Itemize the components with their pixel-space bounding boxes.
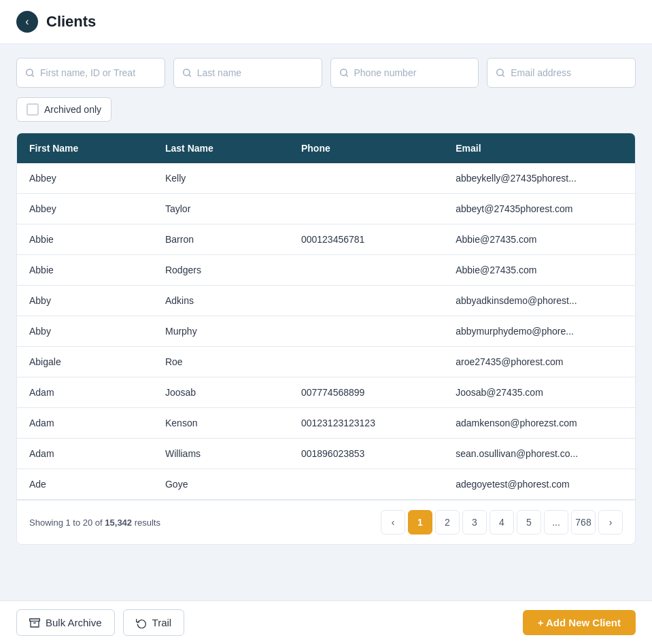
table-row[interactable]: Abby Adkins abbyadkinsdemo@phorest... bbox=[17, 286, 635, 316]
table-row[interactable]: Abby Murphy abbymurphydemo@phore... bbox=[17, 316, 635, 347]
prev-page-button[interactable]: ‹ bbox=[381, 510, 405, 535]
email-search-input[interactable] bbox=[511, 67, 627, 78]
firstname-search-input[interactable] bbox=[40, 67, 156, 78]
archive-icon bbox=[29, 617, 40, 628]
trail-button[interactable]: Trail bbox=[123, 609, 185, 636]
cell-lastname: Murphy bbox=[153, 316, 289, 347]
archived-row: Archived only bbox=[16, 97, 636, 122]
cell-phone bbox=[289, 469, 443, 500]
cell-lastname: Adkins bbox=[153, 286, 289, 316]
table-row[interactable]: Abigale Roe aroe27435@phorest.com bbox=[17, 347, 635, 377]
cell-lastname: Joosab bbox=[153, 377, 289, 408]
table-row[interactable]: Adam Joosab 007774568899 Joosab@27435.co… bbox=[17, 377, 635, 408]
svg-line-3 bbox=[188, 75, 190, 77]
footer-bar: Bulk Archive Trail + Add New Client bbox=[0, 600, 652, 644]
page-title: Clients bbox=[46, 13, 96, 31]
page-3-button[interactable]: 3 bbox=[462, 510, 487, 535]
archived-label: Archived only bbox=[44, 104, 101, 115]
svg-rect-8 bbox=[30, 619, 40, 621]
cell-phone bbox=[289, 347, 443, 377]
cell-email: abbyadkinsdemo@phorest... bbox=[443, 286, 635, 316]
col-header-lastname: Last Name bbox=[153, 133, 289, 163]
svg-line-7 bbox=[502, 75, 504, 77]
bulk-archive-button[interactable]: Bulk Archive bbox=[16, 609, 115, 636]
cell-firstname: Adam bbox=[17, 377, 153, 408]
add-new-client-button[interactable]: + Add New Client bbox=[523, 610, 636, 635]
lastname-search-wrap bbox=[173, 58, 322, 88]
table-row[interactable]: Abbey Kelly abbeykelly@27435phorest... bbox=[17, 163, 635, 194]
cell-firstname: Abbey bbox=[17, 163, 153, 194]
cell-firstname: Abby bbox=[17, 286, 153, 316]
page-5-button[interactable]: 5 bbox=[517, 510, 541, 535]
col-header-firstname: First Name bbox=[17, 133, 153, 163]
cell-lastname: Goye bbox=[153, 469, 289, 500]
phone-search-wrap bbox=[330, 58, 479, 88]
col-header-email: Email bbox=[443, 133, 635, 163]
cell-phone: 001896023853 bbox=[289, 439, 443, 469]
cell-phone: 007774568899 bbox=[289, 377, 443, 408]
cell-firstname: Abbie bbox=[17, 224, 153, 255]
cell-firstname: Adam bbox=[17, 408, 153, 439]
pagination: ‹ 1 2 3 4 5 ... 768 › bbox=[381, 510, 623, 535]
cell-phone bbox=[289, 316, 443, 347]
search-icon bbox=[25, 68, 35, 78]
search-icon bbox=[182, 68, 192, 78]
cell-firstname: Adam bbox=[17, 439, 153, 469]
firstname-search-wrap bbox=[16, 58, 165, 88]
cell-lastname: Williams bbox=[153, 439, 289, 469]
cell-email: abbymurphydemo@phore... bbox=[443, 316, 635, 347]
page-header: ‹ Clients bbox=[0, 0, 652, 44]
cell-firstname: Abigale bbox=[17, 347, 153, 377]
svg-line-1 bbox=[32, 75, 34, 77]
cell-firstname: Abby bbox=[17, 316, 153, 347]
cell-lastname: Kenson bbox=[153, 408, 289, 439]
page-2-button[interactable]: 2 bbox=[435, 510, 460, 535]
table-row[interactable]: Abbie Barron 000123456781 Abbie@27435.co… bbox=[17, 224, 635, 255]
cell-phone bbox=[289, 255, 443, 286]
archived-checkbox[interactable] bbox=[27, 103, 39, 116]
table-row[interactable]: Adam Kenson 00123123123123 adamkenson@ph… bbox=[17, 408, 635, 439]
page-last-button[interactable]: 768 bbox=[571, 510, 596, 535]
table-row[interactable]: Ade Goye adegoyetest@phorest.com bbox=[17, 469, 635, 500]
cell-email: adegoyetest@phorest.com bbox=[443, 469, 635, 500]
cell-email: Abbie@27435.com bbox=[443, 224, 635, 255]
clients-table: First Name Last Name Phone Email Abbey K… bbox=[17, 133, 635, 500]
showing-text: Showing 1 to 20 of 15,342 results bbox=[29, 518, 160, 528]
table-body: Abbey Kelly abbeykelly@27435phorest... A… bbox=[17, 163, 635, 500]
phone-search-input[interactable] bbox=[354, 67, 470, 78]
cell-phone bbox=[289, 194, 443, 224]
clients-table-container: First Name Last Name Phone Email Abbey K… bbox=[16, 133, 636, 545]
table-row[interactable]: Abbie Rodgers Abbie@27435.com bbox=[17, 255, 635, 286]
table-row[interactable]: Adam Williams 001896023853 sean.osulliva… bbox=[17, 439, 635, 469]
cell-email: adamkenson@phorezst.com bbox=[443, 408, 635, 439]
cell-phone: 000123456781 bbox=[289, 224, 443, 255]
search-icon bbox=[496, 68, 505, 78]
table-row[interactable]: Abbey Taylor abbeyt@27435phorest.com bbox=[17, 194, 635, 224]
pagination-row: Showing 1 to 20 of 15,342 results ‹ 1 2 … bbox=[17, 500, 635, 544]
search-row bbox=[16, 58, 636, 88]
cell-lastname: Kelly bbox=[153, 163, 289, 194]
main-content: Archived only First Name Last Name Phone… bbox=[0, 44, 652, 598]
lastname-search-input[interactable] bbox=[197, 67, 313, 78]
cell-email: abbeyt@27435phorest.com bbox=[443, 194, 635, 224]
cell-lastname: Roe bbox=[153, 347, 289, 377]
cell-email: Joosab@27435.com bbox=[443, 377, 635, 408]
cell-email: sean.osullivan@phorest.co... bbox=[443, 439, 635, 469]
cell-lastname: Rodgers bbox=[153, 255, 289, 286]
col-header-phone: Phone bbox=[289, 133, 443, 163]
email-search-wrap bbox=[487, 58, 636, 88]
footer-left-actions: Bulk Archive Trail bbox=[16, 609, 184, 636]
trail-icon bbox=[136, 617, 147, 628]
cell-firstname: Abbie bbox=[17, 255, 153, 286]
cell-firstname: Abbey bbox=[17, 194, 153, 224]
cell-email: Abbie@27435.com bbox=[443, 255, 635, 286]
back-button[interactable]: ‹ bbox=[16, 11, 38, 33]
cell-phone: 00123123123123 bbox=[289, 408, 443, 439]
page-4-button[interactable]: 4 bbox=[490, 510, 514, 535]
page-1-button[interactable]: 1 bbox=[408, 510, 432, 535]
cell-email: abbeykelly@27435phorest... bbox=[443, 163, 635, 194]
table-header: First Name Last Name Phone Email bbox=[17, 133, 635, 163]
archived-only-toggle[interactable]: Archived only bbox=[16, 97, 111, 122]
cell-lastname: Barron bbox=[153, 224, 289, 255]
next-page-button[interactable]: › bbox=[598, 510, 623, 535]
